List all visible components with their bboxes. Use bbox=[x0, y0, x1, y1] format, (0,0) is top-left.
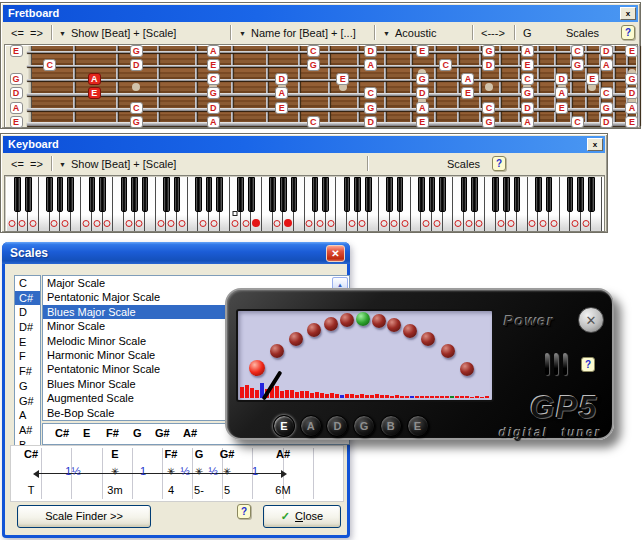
fretboard-note-marker[interactable]: D bbox=[364, 45, 377, 57]
black-key[interactable] bbox=[216, 177, 223, 212]
tuner-string-button-E[interactable]: E bbox=[273, 415, 295, 437]
fretboard-note-marker[interactable]: D bbox=[416, 87, 429, 99]
black-key[interactable] bbox=[418, 177, 425, 212]
power-button[interactable]: ✕ bbox=[578, 307, 604, 333]
fretboard-note-marker[interactable]: D bbox=[207, 102, 220, 114]
root-note-item[interactable]: A bbox=[15, 408, 40, 423]
black-key[interactable] bbox=[206, 177, 213, 212]
black-key[interactable] bbox=[280, 177, 287, 212]
fretboard-note-marker[interactable]: E bbox=[207, 59, 220, 71]
fretboard-note-marker[interactable]: C bbox=[207, 73, 220, 85]
fretboard-note-marker[interactable]: A bbox=[207, 45, 220, 57]
root-note-item[interactable]: A# bbox=[15, 423, 40, 438]
black-key[interactable] bbox=[248, 177, 255, 212]
black-key[interactable] bbox=[461, 177, 468, 212]
fretboard-note-marker[interactable]: C bbox=[43, 59, 56, 71]
fretboard-note-marker[interactable]: G bbox=[600, 102, 613, 114]
root-note-item[interactable]: E bbox=[15, 335, 40, 350]
black-key[interactable] bbox=[577, 177, 584, 212]
tuner-string-button-B[interactable]: B bbox=[380, 415, 402, 437]
keyboard-forward-button[interactable]: => bbox=[30, 156, 43, 172]
root-note-item[interactable]: C# bbox=[15, 291, 40, 306]
help-icon[interactable]: ? bbox=[581, 357, 595, 372]
black-key[interactable] bbox=[354, 177, 361, 212]
black-key[interactable] bbox=[174, 177, 181, 212]
keyboard-scales-button[interactable]: Scales bbox=[447, 156, 480, 172]
fretboard-back-button[interactable]: <= bbox=[11, 25, 24, 41]
fretboard-note-marker[interactable]: G bbox=[130, 45, 143, 57]
fretboard-note-marker[interactable]: G bbox=[10, 73, 23, 85]
root-note-item[interactable]: F bbox=[15, 349, 40, 364]
tuner-string-button-G[interactable]: G bbox=[353, 415, 375, 437]
black-key[interactable] bbox=[269, 177, 276, 212]
fretboard-note-marker[interactable]: D bbox=[364, 116, 377, 128]
fretboard-note-marker[interactable]: A bbox=[364, 59, 377, 71]
black-key[interactable] bbox=[142, 177, 149, 212]
fretboard-note-marker[interactable]: G bbox=[625, 73, 638, 85]
black-key[interactable] bbox=[588, 177, 595, 212]
black-key[interactable] bbox=[397, 177, 404, 212]
fretboard-note-marker[interactable]: A bbox=[521, 116, 534, 128]
fretboard-note-marker[interactable]: E bbox=[586, 73, 599, 85]
black-key[interactable] bbox=[121, 177, 128, 212]
fretboard-note-marker[interactable]: E bbox=[88, 87, 101, 99]
fretboard-instrument-dropdown[interactable]: ▼Acoustic bbox=[383, 25, 437, 41]
fretboard-note-marker[interactable]: G bbox=[521, 87, 534, 99]
keyboard-show-mode-dropdown[interactable]: ▼Show [Beat] + [Scale] bbox=[59, 156, 176, 172]
fretboard-note-marker[interactable]: C bbox=[600, 87, 613, 99]
black-key[interactable] bbox=[163, 177, 170, 212]
fretboard-note-marker[interactable]: C bbox=[482, 102, 495, 114]
help-icon[interactable]: ? bbox=[621, 25, 635, 40]
fretboard-note-marker[interactable]: D bbox=[10, 87, 23, 99]
black-key[interactable] bbox=[567, 177, 574, 212]
fretboard-note-marker[interactable]: C bbox=[364, 87, 377, 99]
fretboard-note-marker[interactable]: C bbox=[571, 45, 584, 57]
keyboard-close-button[interactable]: x bbox=[587, 138, 603, 151]
black-key[interactable] bbox=[67, 177, 74, 212]
root-note-item[interactable]: C bbox=[15, 276, 40, 291]
scales-titlebar[interactable]: Scales bbox=[2, 242, 350, 264]
help-icon[interactable]: ? bbox=[237, 504, 251, 519]
fretboard-note-marker[interactable]: E bbox=[416, 45, 429, 57]
black-key[interactable] bbox=[514, 177, 521, 212]
root-note-item[interactable]: D# bbox=[15, 320, 40, 335]
fretboard-note-marker[interactable]: A bbox=[461, 73, 474, 85]
black-key[interactable] bbox=[25, 177, 32, 212]
fretboard-note-marker[interactable]: G bbox=[364, 102, 377, 114]
fretboard-note-marker[interactable]: D bbox=[521, 102, 534, 114]
black-key[interactable] bbox=[503, 177, 510, 212]
scale-finder-button[interactable]: Scale Finder >> bbox=[17, 505, 151, 528]
fretboard-name-mode-dropdown[interactable]: ▼Name for [Beat] + [...] bbox=[239, 25, 356, 41]
scales-close-button[interactable]: ✕ bbox=[326, 245, 345, 262]
fretboard-note-marker[interactable]: E bbox=[416, 116, 429, 128]
fretboard-note-marker[interactable]: A bbox=[555, 87, 568, 99]
fretboard-stretch-button[interactable]: <---> bbox=[481, 25, 505, 41]
fretboard-note-marker[interactable]: C bbox=[130, 102, 143, 114]
black-key[interactable] bbox=[365, 177, 372, 212]
help-icon[interactable]: ? bbox=[492, 156, 506, 171]
black-key[interactable] bbox=[57, 177, 64, 212]
black-key[interactable] bbox=[471, 177, 478, 212]
fretboard-note-marker[interactable]: E bbox=[336, 73, 349, 85]
fretboard-note-marker[interactable]: D bbox=[275, 73, 288, 85]
fretboard-note-marker[interactable]: D bbox=[600, 116, 613, 128]
black-key[interactable] bbox=[131, 177, 138, 212]
black-key[interactable] bbox=[99, 177, 106, 212]
tuner-string-button-A[interactable]: A bbox=[300, 415, 322, 437]
fretboard-note-marker[interactable]: A bbox=[88, 73, 101, 85]
tuner-string-button-D[interactable]: D bbox=[326, 415, 348, 437]
fretboard-note-marker[interactable]: G bbox=[482, 45, 495, 57]
tuner-string-button-E[interactable]: E bbox=[407, 415, 429, 437]
fretboard-close-button[interactable]: x bbox=[620, 7, 636, 20]
root-note-item[interactable]: D bbox=[15, 305, 40, 320]
fretboard-note-marker[interactable]: C bbox=[307, 116, 320, 128]
fretboard-note-marker[interactable]: A bbox=[207, 116, 220, 128]
black-key[interactable] bbox=[237, 177, 244, 212]
fretboard-titlebar[interactable]: Fretboard bbox=[3, 5, 638, 22]
fretboard-note-marker[interactable]: G bbox=[482, 116, 495, 128]
fretboard-note-marker[interactable]: E bbox=[625, 45, 638, 57]
fretboard-note-marker[interactable]: C bbox=[571, 116, 584, 128]
fretboard-note-marker[interactable]: D bbox=[625, 87, 638, 99]
black-key[interactable] bbox=[89, 177, 96, 212]
fretboard-note-marker[interactable]: D bbox=[482, 59, 495, 71]
